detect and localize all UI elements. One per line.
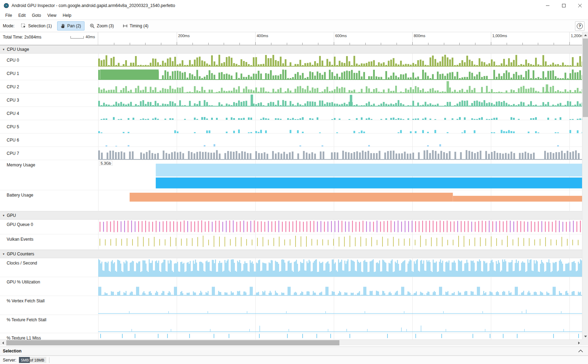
vertical-scroll-thumb[interactable] (583, 39, 588, 117)
track-chart-area-cpu-4[interactable] (98, 107, 582, 120)
track-label-cpu-4[interactable]: CPU 4 (0, 107, 98, 120)
ruler-minor-tick (287, 43, 287, 45)
track-chart-area-texture-fetch-stall[interactable] (98, 315, 582, 333)
tool-selection-1[interactable]: Selection (1) (18, 21, 55, 30)
track-chart-area-cpu-2[interactable] (98, 80, 582, 93)
menu-goto[interactable]: Goto (29, 12, 44, 19)
track-chart-area-gpu-queue-0[interactable] (98, 220, 582, 234)
memory-value-label: 5.3Gb (99, 161, 113, 166)
tool-timing-4[interactable]: Timing (4) (119, 21, 152, 30)
chevron-down-icon: ▾ (3, 252, 5, 256)
track-canvas-cpu-3[interactable] (98, 94, 582, 107)
menu-edit[interactable]: Edit (15, 12, 29, 19)
track-canvas-cpu-4[interactable] (98, 107, 582, 120)
ruler-minor-tick (271, 43, 271, 45)
selection-icon (21, 23, 26, 28)
track-label-cpu-2[interactable]: CPU 2 (0, 80, 98, 93)
tracks-viewport: ▾CPU UsageCPU 0CPU 1CPU 2CPU 3CPU 4CPU 5… (0, 45, 582, 339)
track-canvas-gpu-queue-0[interactable] (98, 220, 582, 234)
track-chart-area-cpu-7[interactable] (98, 147, 582, 160)
track-chart-area-vulkan-events[interactable] (98, 234, 582, 249)
track-chart-area-clocks-second[interactable] (98, 258, 582, 277)
track-chart-area-cpu-6[interactable] (98, 133, 582, 146)
track-label-gpu-queue-0[interactable]: GPU Queue 0 (0, 220, 98, 234)
timeline-ruler[interactable]: 200ms400ms600ms800ms1,000ms1,200ms (98, 32, 582, 45)
section-header-cpu-usage[interactable]: ▾CPU Usage (0, 45, 582, 54)
vertical-scrollbar[interactable] (582, 32, 588, 339)
ruler-major-tick (177, 42, 177, 45)
statusbar-divider (49, 357, 49, 363)
close-button[interactable] (572, 0, 588, 11)
track-label-cpu-5[interactable]: CPU 5 (0, 120, 98, 133)
track-row-cpu-7: CPU 7 (0, 147, 582, 160)
collapse-selection-icon[interactable] (578, 350, 583, 352)
section-header-gpu-counters[interactable]: ▾GPU Counters (0, 250, 582, 258)
track-label-clocks-second[interactable]: Clocks / Second (0, 258, 98, 277)
track-chart-area-cpu-1[interactable] (98, 67, 582, 80)
menu-file[interactable]: File (2, 12, 15, 19)
scroll-up-arrow-icon[interactable] (582, 32, 588, 38)
track-canvas-cpu-1[interactable] (98, 67, 582, 80)
track-label-gpu-utilization[interactable]: GPU % Utilization (0, 277, 98, 296)
track-label-vertex-fetch-stall[interactable]: % Vertex Fetch Stall (0, 296, 98, 315)
track-label-cpu-1[interactable]: CPU 1 (0, 67, 98, 80)
scroll-down-arrow-icon[interactable] (582, 334, 588, 339)
track-chart-area-vertex-fetch-stall[interactable] (98, 296, 582, 315)
track-canvas-battery-usage[interactable] (98, 190, 582, 211)
track-label-text: Memory Usage (7, 163, 35, 167)
track-chart-area-memory-usage[interactable]: 5.3Gb (98, 160, 582, 190)
tool-pan-2[interactable]: Pan (2) (57, 21, 85, 30)
track-label-texture-l1-miss[interactable]: % Texture L1 Miss (0, 333, 98, 339)
track-canvas-gpu-utilization[interactable] (98, 277, 582, 296)
track-label-cpu-0[interactable]: CPU 0 (0, 54, 98, 67)
ruler-time-label: 400ms (257, 34, 268, 38)
track-chart-area-cpu-0[interactable] (98, 54, 582, 67)
track-canvas-cpu-2[interactable] (98, 80, 582, 93)
track-canvas-cpu-7[interactable] (98, 147, 582, 160)
menu-view[interactable]: View (44, 12, 60, 19)
track-canvas-vertex-fetch-stall[interactable] (98, 296, 582, 315)
total-time-label: Total Time: 2s084ms (3, 35, 41, 40)
server-progress: 5MB of 18MB 5MB of 18MB (19, 357, 46, 363)
track-label-battery-usage[interactable]: Battery Usage (0, 190, 98, 211)
scroll-left-arrow-icon[interactable] (0, 340, 6, 346)
track-canvas-memory-usage[interactable] (98, 160, 582, 190)
maximize-button[interactable] (556, 0, 572, 11)
menu-help[interactable]: Help (60, 12, 75, 19)
track-row-cpu-6: CPU 6 (0, 133, 582, 147)
track-canvas-clocks-second[interactable] (98, 258, 582, 277)
track-label-cpu-7[interactable]: CPU 7 (0, 147, 98, 160)
help-button[interactable]: ? (575, 21, 584, 31)
horizontal-scroll-thumb[interactable] (6, 340, 339, 345)
track-canvas-vulkan-events[interactable] (98, 234, 582, 249)
track-canvas-cpu-5[interactable] (98, 120, 582, 133)
track-canvas-texture-fetch-stall[interactable] (98, 315, 582, 333)
ruler-time-label: 200ms (178, 34, 190, 38)
track-canvas-texture-l1-miss[interactable] (98, 333, 582, 339)
track-chart-area-cpu-3[interactable] (98, 94, 582, 107)
track-chart-area-cpu-5[interactable] (98, 120, 582, 133)
track-chart-area-gpu-utilization[interactable] (98, 277, 582, 296)
track-label-memory-usage[interactable]: Memory Usage (0, 160, 98, 190)
section-header-gpu[interactable]: ▾GPU (0, 211, 582, 220)
scroll-right-arrow-icon[interactable] (576, 340, 582, 346)
timing-icon (123, 24, 128, 28)
track-label-cpu-3[interactable]: CPU 3 (0, 94, 98, 107)
horizontal-scrollbar[interactable] (0, 339, 582, 345)
selection-panel-header[interactable]: Selection (0, 346, 588, 356)
track-label-vulkan-events[interactable]: Vulkan Events (0, 234, 98, 249)
track-label-texture-fetch-stall[interactable]: % Texture Fetch Stall (0, 315, 98, 333)
track-canvas-cpu-6[interactable] (98, 133, 582, 146)
track-row-cpu-1: CPU 1 (0, 67, 582, 80)
minimize-button[interactable] (540, 0, 556, 11)
tool-button-label: Selection (1) (28, 23, 52, 28)
track-label-cpu-6[interactable]: CPU 6 (0, 133, 98, 146)
ruler-minor-tick (161, 43, 161, 45)
track-chart-area-texture-l1-miss[interactable] (98, 333, 582, 339)
server-progress-text-inverse: 5MB of 18MB (21, 358, 30, 362)
track-row-gpu-utilization: GPU % Utilization (0, 277, 582, 296)
tool-zoom-3[interactable]: Zoom (3) (86, 21, 117, 30)
track-canvas-cpu-0[interactable] (98, 54, 582, 67)
timeline-ruler-row: Total Time: 2s084ms 40ms 200ms400ms600ms… (0, 32, 582, 45)
track-chart-area-battery-usage[interactable] (98, 190, 582, 211)
